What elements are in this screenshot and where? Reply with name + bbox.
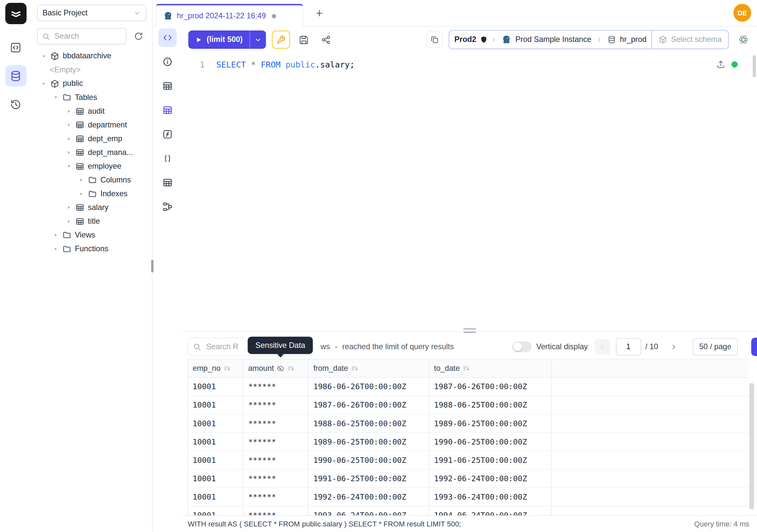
cell-emp_no[interactable]: 10001 [188,377,243,396]
tables-panel-button[interactable] [159,77,177,95]
page-number-input[interactable] [616,338,641,356]
cell-to_date[interactable]: 1992-06-24T00:00:00Z [429,469,551,487]
cell-from_date[interactable]: 1992-06-24T00:00:00Z [308,488,429,506]
cell-from_date[interactable]: 1991-06-25T00:00:00Z [308,469,429,487]
tree-item-columns[interactable]: Columns [37,173,146,187]
caret-down-icon[interactable] [53,95,59,100]
column-header-from_date[interactable]: from_date [308,359,429,377]
tree-item-functions[interactable]: Functions [37,242,146,256]
cell-from_date[interactable]: 1986-06-26T00:00:00Z [308,377,429,396]
cell-emp_no[interactable]: 10001 [188,469,243,487]
sidebar-search-box[interactable] [37,28,127,45]
project-select[interactable]: Basic Project [37,5,146,21]
tree-item-dept-mana[interactable]: dept_mana... [37,146,146,160]
ai-assistant-button[interactable] [735,31,752,48]
instance-crumb[interactable]: Prod Sample Instance [497,35,596,44]
new-tab-button[interactable] [311,5,327,21]
cell-to_date[interactable]: 1993-06-24T00:00:00Z [429,488,551,506]
cell-amount[interactable]: ****** [243,469,308,487]
caret-right-icon[interactable] [66,136,72,141]
cell-to_date[interactable]: 1987-06-26T00:00:00Z [429,377,551,396]
page-size-select[interactable]: 50 / page [693,338,738,356]
cell-amount[interactable]: ****** [243,377,308,396]
caret-right-icon[interactable] [78,177,84,183]
tree-item-title[interactable]: title [37,215,146,228]
tree-item-tables[interactable]: Tables [37,90,146,104]
cell-from_date[interactable]: 1988-06-25T00:00:00Z [308,414,429,432]
cell-amount[interactable]: ****** [243,432,308,451]
info-panel-button[interactable] [159,53,177,71]
database-crumb[interactable]: hr_prod [602,35,651,44]
sidebar-search-input[interactable] [54,31,122,41]
vertical-display-toggle[interactable] [512,341,531,352]
column-header-emp_no[interactable]: emp_no [188,359,243,377]
caret-down-icon[interactable] [41,81,47,86]
cell-from_date[interactable]: 1990-06-25T00:00:00Z [308,451,429,469]
functions-panel-button[interactable] [159,125,177,143]
cell-from_date[interactable]: 1993-06-24T00:00:00Z [308,506,429,516]
tree-item-bbdataarchive[interactable]: bbdataarchive [37,49,146,63]
cell-from_date[interactable]: 1989-06-25T00:00:00Z [308,432,429,451]
cell-to_date[interactable]: 1989-06-25T00:00:00Z [429,414,551,432]
prev-page-button[interactable] [594,339,610,355]
sql-editor[interactable]: 1 SELECT * FROM public.salary; [182,53,757,327]
cell-emp_no[interactable]: 10001 [188,414,243,432]
cell-amount[interactable]: ****** [243,396,308,414]
tree-item-dept-emp[interactable]: dept_emp [37,132,146,146]
column-header-amount[interactable]: amount [243,359,308,377]
cell-amount[interactable]: ****** [243,488,308,506]
cell-amount[interactable]: ****** [243,414,308,432]
sheet-panel-button[interactable] [159,101,177,119]
cell-from_date[interactable]: 1987-06-26T00:00:00Z [308,396,429,414]
cell-emp_no[interactable]: 10001 [188,432,243,451]
sidebar-resize-handle[interactable] [151,260,154,272]
save-button[interactable] [296,31,312,48]
history-nav-button[interactable] [5,94,26,115]
external-tables-panel-button[interactable] [159,173,177,192]
cell-amount[interactable]: ****** [243,506,308,516]
tree-item-public[interactable]: public [37,77,146,90]
caret-right-icon[interactable] [66,122,72,127]
sort-icon[interactable] [223,364,231,372]
tree-item-indexes[interactable]: Indexes [37,187,146,201]
caret-right-icon[interactable] [66,150,72,155]
worksheet-panel-button[interactable] [159,28,177,47]
cell-emp_no[interactable]: 10001 [188,488,243,506]
cell-amount[interactable]: ****** [243,451,308,469]
tree-item-audit[interactable]: audit [37,104,146,118]
caret-right-icon[interactable] [66,219,72,224]
cell-emp_no[interactable]: 10001 [188,396,243,414]
column-header-to_date[interactable]: to_date [429,359,551,377]
sort-icon[interactable] [463,364,470,372]
tree-item-views[interactable]: Views [37,228,146,242]
worksheet-tab[interactable]: hr_prod 2024-11-22 16:49 [156,4,303,26]
admin-mode-button[interactable] [272,30,290,49]
format-sql-button[interactable] [426,31,443,48]
caret-down-icon[interactable] [66,164,72,169]
run-query-button[interactable]: (limit 500) [188,30,250,49]
cell-to_date[interactable]: 1990-06-25T00:00:00Z [429,432,551,451]
cell-emp_no[interactable]: 10001 [188,506,243,516]
bytebase-logo[interactable] [5,3,26,24]
sort-icon[interactable] [351,364,359,372]
tree-item-employee[interactable]: employee [37,160,146,173]
select-schema-button[interactable]: Select schema [651,31,728,48]
caret-right-icon[interactable] [66,205,72,210]
environment-badge[interactable]: Prod2 [449,35,491,44]
tree-item-department[interactable]: department [37,118,146,132]
export-button-partial[interactable] [751,338,757,356]
caret-right-icon[interactable] [53,246,59,252]
cell-to_date[interactable]: 1988-06-25T00:00:00Z [429,396,551,414]
cell-emp_no[interactable]: 10001 [188,451,243,469]
procedures-panel-button[interactable] [159,149,177,168]
caret-right-icon[interactable] [66,109,72,114]
share-button[interactable] [318,31,334,48]
caret-down-icon[interactable] [41,53,47,59]
cell-to_date[interactable]: 1991-06-25T00:00:00Z [429,451,551,469]
run-options-button[interactable] [250,30,266,49]
schema-diagram-button[interactable] [159,198,177,216]
sql-editor-nav-button[interactable] [5,37,26,58]
cell-to_date[interactable]: 1994-06-24T00:00:00Z [429,506,551,516]
tree-item-salary[interactable]: salary [37,201,146,215]
caret-right-icon[interactable] [53,233,59,238]
